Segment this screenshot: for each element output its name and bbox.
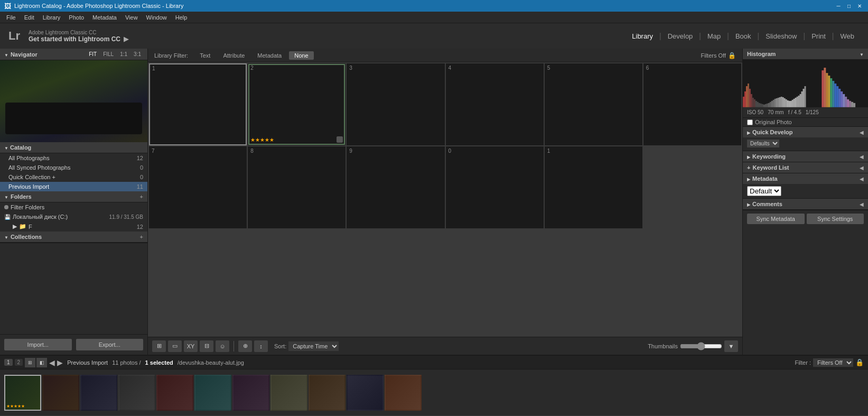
lock-icon[interactable]: 🔒	[728, 52, 736, 59]
nav-module-print[interactable]: Print	[806, 30, 831, 42]
center-panel: Library Filter: Text Attribute Metadata …	[148, 49, 742, 355]
grid-cell-10[interactable]: 0	[446, 146, 544, 228]
grid-cell-11[interactable]: 1	[545, 146, 642, 228]
folders-header[interactable]: Folders +	[0, 191, 147, 202]
menu-item-file[interactable]: File	[2, 13, 20, 22]
grid-cell-9[interactable]: 9	[347, 146, 444, 228]
loupe-view-button[interactable]: ▭	[168, 340, 182, 352]
import-button[interactable]: Import...	[4, 339, 72, 350]
compare-view-button[interactable]: XY	[184, 340, 198, 352]
filmstrip-filter-select[interactable]: Filters Off	[813, 358, 853, 367]
catalog-item-previous-import[interactable]: Previous Import 11	[0, 182, 147, 191]
survey-view-button[interactable]: ⊟	[200, 340, 213, 352]
keyword-list-header[interactable]: + Keyword List ◀	[743, 162, 868, 173]
keywording-header[interactable]: Keywording ◀	[743, 151, 868, 162]
filmstrip-thumb-1[interactable]: ★★★★★	[4, 375, 41, 411]
grid-view-button[interactable]: ⊞	[152, 340, 166, 352]
grid-cell-5[interactable]: 5	[545, 63, 642, 145]
grid-cell-7[interactable]: 7	[149, 146, 247, 228]
menu-item-edit[interactable]: Edit	[20, 13, 39, 22]
filmstrip-thumb-8[interactable]	[270, 375, 307, 411]
drive-item[interactable]: 💾 Локальный диск (C:) 11.9 / 31.5 GB	[0, 212, 147, 221]
filmstrip-prev-button[interactable]: ◀	[49, 358, 55, 367]
filter-text-button[interactable]: Text	[194, 51, 216, 60]
grid-cell-1[interactable]: 1	[149, 63, 247, 145]
filter-none-button[interactable]: None	[289, 51, 313, 60]
filter-folders-item[interactable]: Filter Folders	[0, 202, 147, 212]
nav-module-book[interactable]: Book	[730, 30, 757, 42]
metadata-header[interactable]: Metadata ◀	[743, 173, 868, 184]
zoom-1-1[interactable]: 1:1	[118, 51, 129, 58]
filmstrip-filter-lock[interactable]: 🔒	[855, 358, 864, 366]
filter-metadata-button[interactable]: Metadata	[252, 51, 287, 60]
filmstrip-thumb-5[interactable]	[156, 375, 193, 411]
catalog-header[interactable]: Catalog	[0, 142, 147, 153]
catalog-item-quick[interactable]: Quick Collection + 0	[0, 172, 147, 182]
sort-select[interactable]: Capture Time Added Order Edit Time Ratin…	[288, 341, 339, 351]
filmstrip-thumb-9[interactable]	[309, 375, 346, 411]
filmstrip-thumb-11[interactable]	[385, 375, 422, 411]
original-photo-checkbox[interactable]	[747, 119, 753, 125]
thumbnail-expand-button[interactable]: ▼	[724, 340, 738, 352]
folder-item-f[interactable]: ▶ 📁 F 12	[0, 221, 147, 232]
grid-cell-4[interactable]: 4	[446, 63, 544, 145]
collections-add-button[interactable]: +	[140, 234, 143, 240]
menu-item-help[interactable]: Help	[171, 13, 192, 22]
export-button[interactable]: Export...	[76, 339, 144, 350]
filmstrip-thumb-6[interactable]	[194, 375, 231, 411]
menu-item-metadata[interactable]: Metadata	[88, 13, 121, 22]
filmstrip-source: Previous Import	[67, 359, 108, 366]
zoom-fill[interactable]: FILL	[101, 51, 116, 58]
filmstrip-thumb-3[interactable]	[80, 375, 117, 411]
filmstrip-grid-btn[interactable]: ⊞	[25, 358, 35, 367]
grid-cell-2[interactable]: 2 ★★★★★	[248, 63, 346, 145]
collections-header[interactable]: Collections +	[0, 232, 147, 243]
zoom-fit[interactable]: FIT	[87, 51, 99, 58]
catalog-item-all-photos[interactable]: All Photographs 12	[0, 153, 147, 163]
nav-module-web[interactable]: Web	[835, 30, 860, 42]
filmstrip-thumb-2[interactable]	[42, 375, 79, 411]
filmstrip-header: 1 2 ⊞ ◧ ◀ ▶ Previous Import 11 photos / …	[0, 356, 868, 369]
filmstrip-next-button[interactable]: ▶	[57, 358, 63, 367]
tagline-arrow[interactable]: ▶	[124, 35, 128, 43]
grid-cell-8[interactable]: 8	[248, 146, 346, 228]
svg-rect-33	[795, 98, 797, 107]
nav-module-library[interactable]: Library	[627, 30, 658, 42]
filmstrip-thumb-7[interactable]	[232, 375, 269, 411]
grid-cell-3[interactable]: 3	[347, 63, 444, 145]
people-view-button[interactable]: ☺	[216, 340, 229, 352]
filmstrip-thumb-4[interactable]	[118, 375, 155, 411]
comments-header[interactable]: Comments ◀	[743, 199, 868, 209]
app-icon: 🖼	[4, 2, 11, 10]
maximize-button[interactable]: □	[845, 2, 853, 10]
thumbnail-size-slider[interactable]	[680, 342, 722, 350]
nav-module-map[interactable]: Map	[702, 30, 726, 42]
navigator-header[interactable]: Navigator FIT FILL 1:1 3:1	[0, 49, 147, 60]
nav-module-slideshow[interactable]: Slideshow	[760, 30, 802, 42]
minimize-button[interactable]: ─	[834, 2, 843, 10]
menu-item-window[interactable]: Window	[142, 13, 171, 22]
filter-attribute-button[interactable]: Attribute	[218, 51, 250, 60]
menu-item-photo[interactable]: Photo	[64, 13, 88, 22]
keywording-icon	[747, 153, 750, 160]
folders-add-button[interactable]: +	[140, 193, 143, 200]
catalog-item-synced[interactable]: All Synced Photographs 0	[0, 163, 147, 172]
metadata-preset-select[interactable]: Default	[747, 186, 781, 196]
sync-metadata-button[interactable]: Sync Metadata	[747, 214, 805, 224]
titlebar: 🖼 Lightroom Catalog - Adobe Photoshop Li…	[0, 0, 868, 12]
menu-item-view[interactable]: View	[121, 13, 142, 22]
close-button[interactable]: ✕	[855, 2, 864, 10]
filmstrip-loupe-btn[interactable]: ◧	[36, 358, 47, 367]
sort-direction-button[interactable]: ↕	[254, 340, 268, 352]
filmstrip-thumb-10[interactable]	[347, 375, 384, 411]
menu-item-library[interactable]: Library	[39, 13, 65, 22]
histogram-header[interactable]: Histogram	[743, 49, 868, 60]
grid-cell-6[interactable]: 6	[643, 63, 741, 145]
nav-module-develop[interactable]: Develop	[662, 30, 698, 42]
spray-paint-button[interactable]: ⊕	[238, 340, 252, 352]
sync-settings-button[interactable]: Sync Settings	[807, 214, 864, 224]
saved-preset-select[interactable]: Defaults	[747, 140, 779, 147]
zoom-3-1[interactable]: 3:1	[132, 51, 143, 58]
quick-develop-header[interactable]: Quick Develop ◀	[743, 127, 868, 137]
filmstrip-file[interactable]: /devushka-beauty-alut.jpg	[178, 359, 244, 366]
